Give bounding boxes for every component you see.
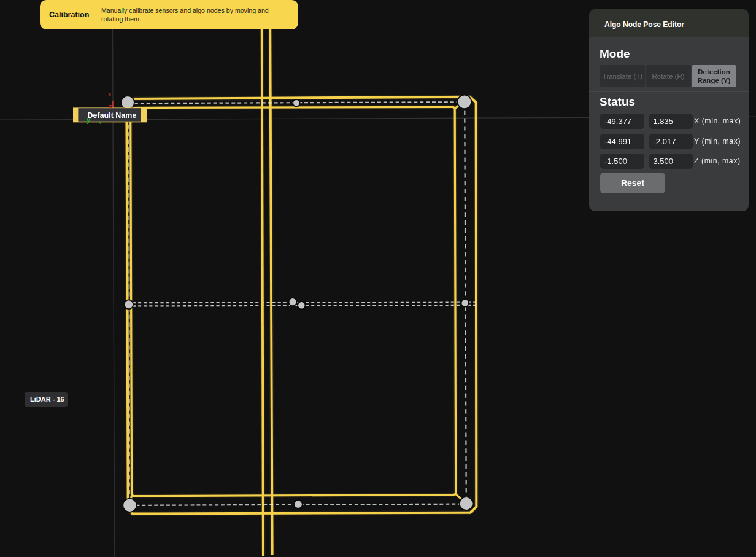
svg-text:y: y (87, 115, 91, 124)
svg-text:x: x (108, 91, 112, 98)
svg-text:x: x (109, 103, 112, 109)
svg-text:Default Name: Default Name (88, 111, 137, 120)
